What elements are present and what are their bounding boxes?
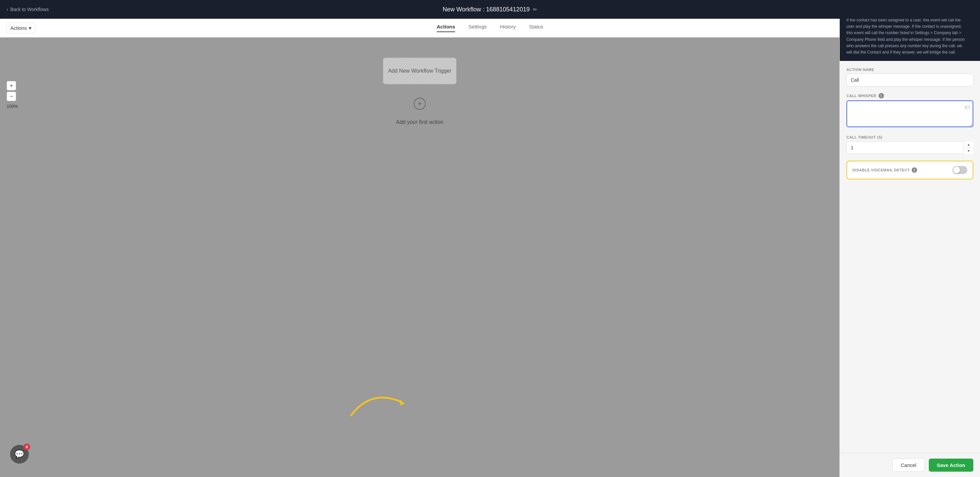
add-action-button[interactable]: + bbox=[414, 98, 426, 110]
chat-badge: 8 bbox=[24, 444, 30, 450]
connector-line-1 bbox=[419, 84, 420, 98]
call-timeout-field-group: CALL TIMEOUT (S) ▲ ▼ bbox=[846, 135, 973, 154]
tag-icon[interactable]: 🏷 bbox=[965, 105, 970, 110]
panel-footer: Cancel Save Action bbox=[840, 453, 980, 477]
edit-workflow-icon[interactable]: ✏ bbox=[533, 6, 537, 13]
chevron-down-icon: ▾ bbox=[29, 25, 32, 31]
zoom-in-button[interactable]: + bbox=[7, 81, 16, 91]
trigger-label: Add New Workflow Trigger bbox=[388, 68, 451, 74]
right-panel: Call If the contact has been assigned to… bbox=[839, 0, 980, 477]
workflow-nodes: Add New Workflow Trigger + Add your firs… bbox=[383, 57, 457, 125]
voicemail-info-icon[interactable]: i bbox=[912, 167, 917, 173]
workflow-title-text: New Workflow : 1688105412019 bbox=[443, 6, 530, 13]
panel-description: If the contact has been assigned to a us… bbox=[846, 17, 967, 56]
toggle-knob bbox=[953, 167, 960, 173]
action-name-label: ACTION NAME bbox=[846, 68, 973, 72]
call-timeout-input[interactable] bbox=[846, 141, 973, 154]
chat-icon: 💬 bbox=[14, 450, 24, 459]
cancel-button[interactable]: Cancel bbox=[892, 459, 925, 472]
action-name-field-group: ACTION NAME bbox=[846, 68, 973, 86]
timeout-decrement-button[interactable]: ▼ bbox=[964, 148, 973, 154]
workflow-canvas: + − 100% Add New Workflow Trigger + Add … bbox=[0, 38, 839, 477]
call-timeout-label: CALL TIMEOUT (S) bbox=[846, 135, 973, 139]
back-arrow-icon: ‹ bbox=[7, 7, 8, 12]
zoom-out-button[interactable]: − bbox=[7, 92, 16, 101]
voicemail-detect-label: DISABLE VOICEMAIL DETECT i bbox=[853, 167, 917, 173]
add-workflow-trigger-button[interactable]: Add New Workflow Trigger bbox=[383, 57, 457, 84]
tab-actions[interactable]: Actions bbox=[437, 24, 455, 32]
timeout-increment-button[interactable]: ▲ bbox=[964, 141, 973, 148]
zoom-controls: + − 100% bbox=[7, 81, 18, 109]
annotation-arrow bbox=[344, 382, 411, 423]
actions-dropdown-label: Actions bbox=[10, 25, 27, 31]
call-whisper-input[interactable] bbox=[846, 100, 973, 127]
workflow-title: New Workflow : 1688105412019 ✏ bbox=[443, 6, 538, 13]
sub-nav-tabs: Actions Settings History Status bbox=[437, 24, 543, 32]
voicemail-detect-toggle[interactable] bbox=[953, 166, 967, 174]
tab-status[interactable]: Status bbox=[529, 24, 544, 32]
tab-settings[interactable]: Settings bbox=[469, 24, 487, 32]
action-name-input[interactable] bbox=[846, 74, 973, 86]
timeout-input-wrapper: ▲ ▼ bbox=[846, 141, 973, 154]
back-label: Back to Workflows bbox=[10, 7, 49, 12]
top-nav: ‹ Back to Workflows New Workflow : 16881… bbox=[0, 0, 980, 19]
actions-dropdown[interactable]: Actions ▾ bbox=[7, 23, 35, 33]
zoom-level: 100% bbox=[7, 104, 18, 109]
spinner-buttons: ▲ ▼ bbox=[964, 141, 973, 154]
call-whisper-field-group: CALL WHISPER i 🏷 bbox=[846, 93, 973, 129]
back-to-workflows-button[interactable]: ‹ Back to Workflows bbox=[7, 7, 49, 12]
sub-nav: Actions ▾ Actions Settings History Statu… bbox=[0, 19, 980, 38]
save-action-button[interactable]: Save Action bbox=[929, 459, 973, 472]
add-first-action-label: Add your first action bbox=[396, 119, 443, 125]
connector-line-2 bbox=[419, 110, 420, 116]
chat-bubble-button[interactable]: 💬 8 bbox=[10, 445, 29, 464]
panel-body: ACTION NAME CALL WHISPER i 🏷 CALL TIMEOU… bbox=[840, 61, 980, 453]
svg-marker-0 bbox=[399, 399, 405, 405]
call-whisper-label: CALL WHISPER i bbox=[846, 93, 973, 99]
call-whisper-info-icon[interactable]: i bbox=[878, 93, 884, 99]
whisper-input-wrapper: 🏷 bbox=[846, 100, 973, 129]
voicemail-detect-box: DISABLE VOICEMAIL DETECT i bbox=[846, 161, 973, 180]
tab-history[interactable]: History bbox=[500, 24, 516, 32]
